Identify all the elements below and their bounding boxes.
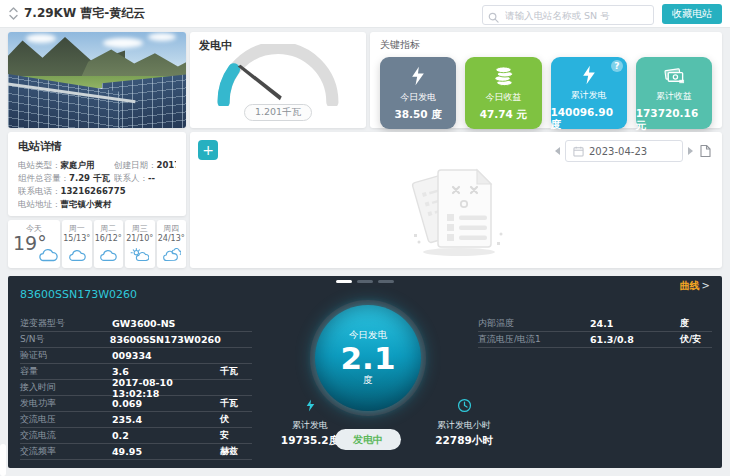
- date-picker[interactable]: 2023-04-23: [565, 140, 683, 162]
- date-value: 2023-04-23: [589, 146, 647, 157]
- search-input[interactable]: [482, 5, 654, 25]
- inverter-panel: 曲线> 83600SSN173W0260 逆变器型号GW3600-NS S/N号…: [8, 276, 722, 468]
- table-row: 接入时间2017-08-10 13:02:18: [20, 380, 252, 396]
- station-details-title: 电站详情: [18, 139, 176, 154]
- field-capacity: 组件总容量：7.29 千瓦: [18, 172, 114, 185]
- gauge-face: 今日发电 2.1 度: [315, 305, 421, 411]
- kpi-value: 38.50 度: [394, 108, 441, 122]
- field-phone: 联系电话：13216266775: [18, 185, 176, 198]
- field-create-date: 创建日期：2017-08-10: [114, 159, 176, 172]
- gauge-value: 2.1: [341, 342, 396, 374]
- clock-icon: [457, 398, 472, 417]
- table-row: S/N号83600SSN173W0260: [20, 332, 252, 348]
- status-badge: 发电中: [335, 429, 401, 450]
- weather-temp: 21/10°: [125, 234, 155, 243]
- field-station-type: 电站类型：家庭户用: [18, 159, 114, 172]
- weather-temp: 15/13°: [62, 234, 92, 243]
- kpi-section-title: 关键指标: [380, 38, 712, 52]
- export-icon[interactable]: [698, 144, 712, 158]
- key-indicators-card: 关键指标 今日发电 38.50 度 今日收益 47.74 元 ?: [370, 32, 722, 128]
- weather-thu: 周四 24/13°: [157, 220, 187, 268]
- weather-day: 周一: [62, 223, 92, 234]
- next-day-arrow-icon[interactable]: [688, 147, 693, 155]
- calendar-icon: [573, 142, 584, 161]
- inverter-sn-tab[interactable]: 83600SSN173W0260: [20, 288, 137, 301]
- pager-dash[interactable]: [357, 280, 373, 283]
- table-row: 内部温度24.1度: [478, 316, 712, 332]
- table-row: 验证码009334: [20, 348, 252, 364]
- stat-value: 22789小时: [416, 434, 512, 448]
- cloud-icon: [62, 247, 92, 266]
- kpi-total-generation: ? 累计发电 140096.90 度: [551, 57, 627, 129]
- no-data-illustration: [381, 150, 531, 262]
- date-controls: 2023-04-23: [555, 140, 712, 162]
- lightning-icon: [408, 64, 428, 88]
- daily-chart-panel: + 2023-04-23: [190, 132, 722, 268]
- kpi-today-generation: 今日发电 38.50 度: [380, 57, 456, 129]
- cloud-icon: [38, 247, 58, 266]
- kpi-value: 173720.16 元: [636, 107, 712, 133]
- inverter-left-table: 逆变器型号GW3600-NS S/N号83600SSN173W0260 验证码0…: [20, 316, 252, 460]
- table-row: 交流频率49.95赫兹: [20, 444, 252, 460]
- header: 7.29KW 曹宅-黄纪云 收藏电站: [0, 0, 730, 28]
- field-address: 电站地址：曹宅镇小黄村: [18, 198, 176, 211]
- weather-day: 周二: [94, 223, 124, 234]
- kpi-label: 今日收益: [485, 91, 521, 104]
- cloud-art: [103, 38, 143, 48]
- curve-link[interactable]: 曲线>: [680, 279, 710, 293]
- lightning-icon: [579, 64, 599, 86]
- weather-today: 今天 19°: [8, 220, 60, 268]
- kpi-value: 47.74 元: [480, 108, 527, 122]
- kpi-label: 今日发电: [400, 91, 436, 104]
- table-row: 直流电压/电流161.3/0.8伏/安: [478, 332, 712, 348]
- add-chart-button[interactable]: +: [198, 140, 218, 160]
- station-photo: [8, 32, 186, 128]
- prev-day-arrow-icon[interactable]: [555, 147, 560, 155]
- banknotes-icon: [662, 64, 686, 87]
- page-title: 7.29KW 曹宅-黄纪云: [24, 5, 145, 22]
- search-icon: [488, 8, 499, 27]
- semicircle-gauge: [203, 44, 353, 106]
- gauge-value-pill: 1.201千瓦: [190, 100, 366, 121]
- table-row: 逆变器型号GW3600-NS: [20, 316, 252, 332]
- lightning-icon: [304, 398, 317, 417]
- pager-dash[interactable]: [336, 280, 352, 283]
- sun-cloud-icon: [125, 247, 155, 266]
- kpi-label: 累计收益: [656, 90, 692, 103]
- weather-day: 周三: [125, 223, 155, 234]
- stat-label: 累计发电小时: [416, 419, 512, 432]
- favorite-station-button[interactable]: 收藏电站: [662, 4, 722, 24]
- kpi-row: 今日发电 38.50 度 今日收益 47.74 元 ? 累计发电 14009: [380, 57, 712, 129]
- scrollbar-thumb[interactable]: [0, 444, 6, 476]
- gauge-unit: 度: [363, 374, 373, 387]
- weather-temp: 16/12°: [94, 234, 124, 243]
- cloud-art: [26, 34, 56, 43]
- clouds-icon: [157, 247, 187, 266]
- kpi-value: 140096.90 度: [551, 106, 627, 132]
- weather-tue: 周二 16/12°: [94, 220, 124, 268]
- table-row: 交流电压235.4伏: [20, 412, 252, 428]
- power-gauge-card: 发电中 1.201千瓦: [190, 32, 366, 128]
- kpi-total-income: 累计收益 173720.16 元: [636, 57, 712, 129]
- carousel-pager: [336, 280, 394, 283]
- kpi-today-income: 今日收益 47.74 元: [465, 57, 541, 129]
- inverter-right-table: 内部温度24.1度 直流电压/电流161.3/0.8伏/安: [478, 316, 712, 348]
- kpi-label: 累计发电: [571, 89, 607, 102]
- field-contact: 联系人：--: [114, 172, 176, 185]
- table-row: 交流电流0.2安: [20, 428, 252, 444]
- cloud-art: [148, 33, 176, 41]
- weather-mon: 周一 15/13°: [62, 220, 92, 268]
- solar-dashboard: 7.29KW 曹宅-黄纪云 收藏电站 发电中 1.201千瓦: [0, 0, 730, 476]
- weather-day: 周四: [157, 223, 187, 234]
- table-row: 发电功率0.069千瓦: [20, 396, 252, 412]
- station-details-fields: 电站类型：家庭户用 创建日期：2017-08-10 组件总容量：7.29 千瓦 …: [18, 159, 176, 211]
- pager-dash[interactable]: [378, 280, 394, 283]
- cloud-icon: [94, 247, 124, 266]
- chevron-up-down-icon[interactable]: [8, 6, 19, 21]
- search-box: [482, 4, 654, 24]
- station-details-card: 电站详情 电站类型：家庭户用 创建日期：2017-08-10 组件总容量：7.2…: [8, 132, 186, 216]
- help-icon[interactable]: ?: [611, 60, 623, 72]
- chevron-right-icon: >: [702, 280, 710, 291]
- weather-wed: 周三 21/10°: [125, 220, 155, 268]
- weather-strip: 今天 19° 周一 15/13° 周二 16/12° 周三 21/10°: [8, 220, 186, 268]
